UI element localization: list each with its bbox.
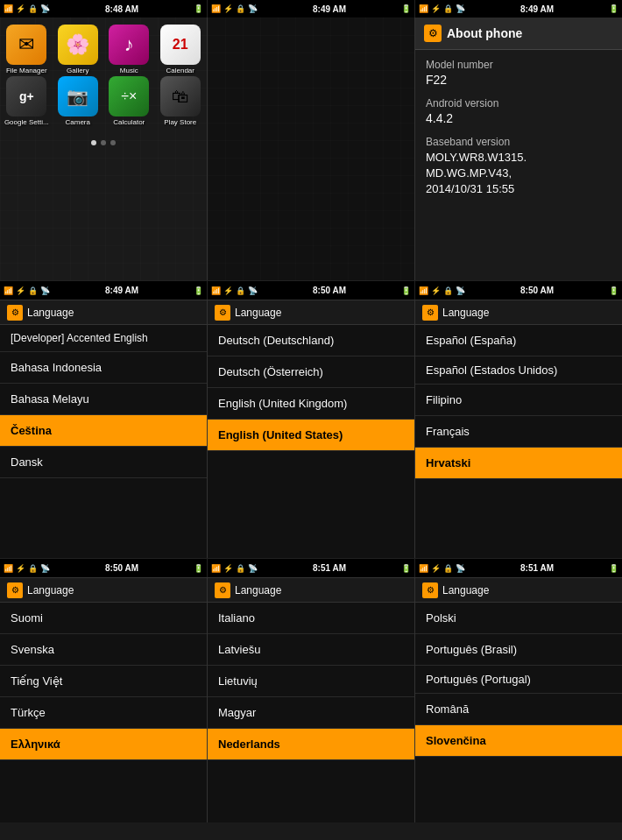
lang-title-3: Language (442, 307, 489, 319)
status-bar-row2-3: 📶⚡🔒📡 8:50 AM 🔋 (415, 281, 622, 300)
lang-item-espanol-es[interactable]: Español (España) (415, 325, 622, 356)
calendar-icon: 21 (160, 25, 201, 65)
lang-item-deutsch-de[interactable]: Deutsch (Deutschland) (208, 325, 414, 356)
lang-list-1: [Developer] Accented English Bahasa Indo… (0, 325, 207, 558)
lang-item-lietuviu[interactable]: Lietuvių (208, 666, 414, 697)
about-phone-panel: ⚙ About phone Model number F22 Android v… (415, 18, 622, 280)
wifi-icon-2: 📡 (248, 4, 258, 13)
usb-icon-3: ⚡ (431, 4, 441, 13)
about-phone-header[interactable]: ⚙ About phone (415, 18, 622, 50)
lang-item-portugues-br[interactable]: Português (Brasil) (415, 634, 622, 666)
lang-item-italiano[interactable]: Italiano (208, 603, 414, 634)
android-version-value: 4.4.2 (426, 111, 611, 125)
app-google-settings[interactable]: g+ Google Setti... (2, 76, 52, 126)
lang-item-deutsch-at[interactable]: Deutsch (Österreich) (208, 356, 414, 388)
app-gallery[interactable]: 🌸 Gallery (53, 25, 103, 74)
app-play-store[interactable]: 🛍 Play Store (156, 76, 206, 126)
lang-item-polski[interactable]: Polski (415, 603, 622, 634)
about-phone-title: About phone (447, 26, 522, 40)
battery-icon-3: 🔋 (609, 4, 618, 13)
lang-item-english-uk[interactable]: English (United Kingdom) (208, 388, 414, 420)
model-number-value: F22 (426, 73, 611, 87)
app-music[interactable]: ♪ Music (104, 25, 154, 74)
lock-icon-1: 🔒 (28, 4, 38, 13)
lang-header-1: ⚙ Language (0, 300, 207, 325)
play-store-label: Play Store (164, 118, 196, 126)
status-bar-3: 📶 ⚡ 🔒 📡 8:49 AM 🔋 (415, 0, 622, 18)
file-manager-label: File Manager (6, 67, 47, 74)
calendar-label: Calendar (166, 67, 194, 74)
app-file-manager[interactable]: ✉ File Manager (2, 25, 52, 74)
google-settings-icon: g+ (6, 76, 46, 116)
app-calculator[interactable]: ÷× Calculator (104, 76, 154, 126)
lang-title-6: Language (442, 584, 489, 596)
lang-list-5: Italiano Latviešu Lietuvių Magyar Nederl… (208, 603, 414, 822)
lang-item-nederlands[interactable]: Nederlands (208, 729, 414, 760)
lang-item-tieng-viet[interactable]: Tiếng Việt (0, 666, 207, 697)
status-bar-row3-2: 📶⚡🔒📡 8:51 AM 🔋 (208, 559, 415, 577)
play-store-icon: 🛍 (160, 76, 201, 116)
lang-item-slovencina[interactable]: Slovenčina (415, 725, 622, 757)
lang-item-portugues-pt[interactable]: Português (Portugal) (415, 666, 622, 694)
gallery-label: Gallery (67, 67, 88, 74)
lang-settings-icon-1: ⚙ (7, 305, 23, 321)
language-screen-4: ⚙ Language Suomi Svenska Tiếng Việt Türk… (0, 578, 208, 822)
wifi-icon-3: 📡 (456, 4, 465, 13)
lang-list-4: Suomi Svenska Tiếng Việt Türkçe Ελληνικά (0, 603, 207, 822)
lang-settings-icon-3: ⚙ (422, 305, 438, 321)
status-bar-row2-2: 📶⚡🔒📡 8:50 AM 🔋 (208, 281, 415, 300)
lang-item-bahasa-indonesia[interactable]: Bahasa Indonesia (0, 352, 207, 384)
battery-icon-1: 🔋 (194, 4, 203, 13)
lang-item-developer[interactable]: [Developer] Accented English (0, 325, 207, 352)
gallery-icon: 🌸 (58, 25, 98, 65)
signal-icon-1: 📶 (4, 4, 13, 13)
file-manager-icon: ✉ (6, 25, 46, 65)
app-camera[interactable]: 📷 Camera (53, 76, 103, 126)
lang-item-latviesu[interactable]: Latviešu (208, 634, 414, 666)
settings-gear-icon: ⚙ (424, 25, 442, 42)
app-calendar[interactable]: 21 Calendar (156, 25, 206, 74)
camera-label: Camera (66, 118, 90, 126)
lang-item-english-us[interactable]: English (United States) (208, 420, 414, 451)
status-bar-row3-3: 📶⚡🔒📡 8:51 AM 🔋 (415, 559, 622, 577)
lang-item-magyar[interactable]: Magyar (208, 697, 414, 729)
google-settings-label: Google Setti... (4, 118, 49, 126)
lang-title-1: Language (27, 307, 74, 319)
time-3: 8:49 AM (520, 4, 554, 14)
lang-title-4: Language (27, 584, 74, 596)
signal-icon-3: 📶 (419, 4, 428, 13)
lang-item-cestina[interactable]: Čeština (0, 415, 207, 447)
usb-icon-1: ⚡ (16, 4, 25, 13)
lang-settings-icon-5: ⚙ (215, 582, 230, 598)
lang-title-5: Language (235, 584, 281, 596)
page-dot-3 (110, 140, 116, 145)
lang-item-turkce[interactable]: Türkçe (0, 697, 207, 729)
camera-icon: 📷 (58, 76, 98, 116)
lang-item-bahasa-melayu[interactable]: Bahasa Melayu (0, 384, 207, 415)
lang-header-6: ⚙ Language (415, 578, 622, 603)
lang-settings-icon-6: ⚙ (422, 582, 438, 598)
baseband-version-value: MOLY.WR8.W1315.MD.WG.MP.V43,2014/10/31 1… (426, 150, 611, 198)
lang-item-dansk[interactable]: Dansk (0, 447, 207, 478)
lang-item-romana[interactable]: Română (415, 694, 622, 725)
time-2: 8:49 AM (313, 4, 346, 14)
lang-list-2: Deutsch (Deutschland) Deutsch (Österreic… (208, 325, 414, 558)
lang-item-suomi[interactable]: Suomi (0, 603, 207, 634)
lang-item-svenska[interactable]: Svenska (0, 634, 207, 666)
lang-list-6: Polski Português (Brasil) Português (Por… (415, 603, 622, 822)
language-screen-1: ⚙ Language [Developer] Accented English … (0, 300, 208, 558)
lang-settings-icon-4: ⚙ (7, 582, 23, 598)
lang-item-filipino[interactable]: Filipino (415, 385, 622, 416)
lang-item-espanol-us[interactable]: Español (Estados Unidos) (415, 356, 622, 385)
lang-item-ellinika[interactable]: Ελληνικά (0, 729, 207, 760)
lang-item-francais[interactable]: Français (415, 416, 622, 448)
lang-settings-icon-2: ⚙ (215, 305, 230, 321)
home-screen: ✉ File Manager 🌸 Gallery ♪ Music 21 Cale… (0, 18, 208, 280)
language-screen-3: ⚙ Language Español (España) Español (Est… (415, 300, 622, 558)
lock-icon-3: 🔒 (443, 4, 453, 13)
language-screen-5: ⚙ Language Italiano Latviešu Lietuvių Ma… (208, 578, 415, 822)
status-bar-row3-1: 📶⚡🔒📡 8:50 AM 🔋 (0, 559, 208, 577)
calculator-icon: ÷× (109, 76, 149, 116)
lang-item-hrvatski[interactable]: Hrvatski (415, 448, 622, 479)
lang-title-2: Language (235, 307, 281, 319)
